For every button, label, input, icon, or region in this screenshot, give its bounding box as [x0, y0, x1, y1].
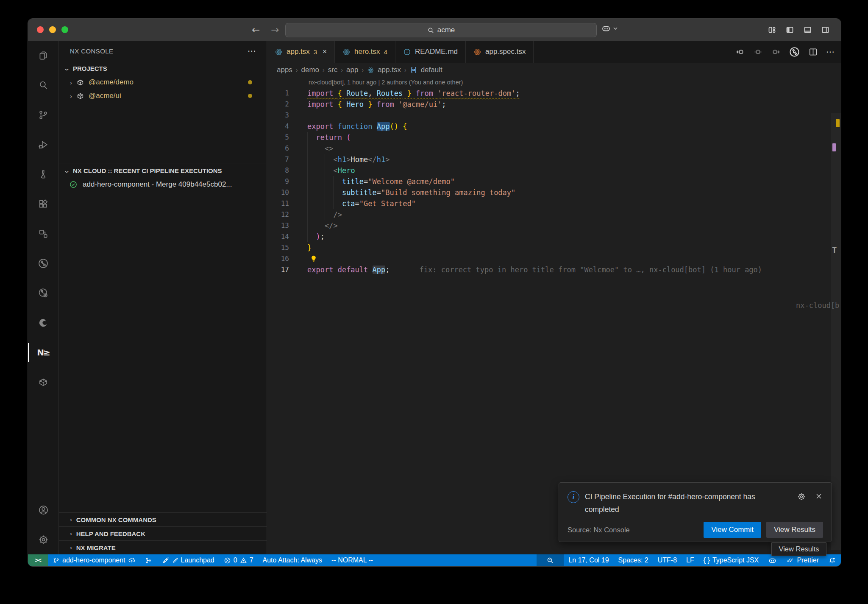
- commit-lens-icon[interactable]: [28, 278, 58, 308]
- references-icon[interactable]: [28, 219, 58, 249]
- project-item-acme-demo[interactable]: › @acme/demo: [59, 76, 267, 89]
- change-marker: [832, 143, 836, 151]
- encoding-item[interactable]: UTF-8: [653, 554, 682, 566]
- indentation-item[interactable]: Spaces: 2: [614, 554, 653, 566]
- pipeline-execution-item[interactable]: add-hero-component - Merge 409b44e5cb02.…: [59, 178, 267, 191]
- breadcrumb-symbol[interactable]: default: [421, 66, 442, 74]
- info-icon: [403, 48, 411, 56]
- minimize-window-button[interactable]: [49, 26, 56, 33]
- code-line-4[interactable]: 4export function App() {: [267, 121, 841, 132]
- code-line-11[interactable]: 11 cta="Get Started": [267, 198, 841, 209]
- nav-back-commit-icon[interactable]: [735, 47, 745, 57]
- window-controls: [37, 26, 68, 33]
- nav-current-commit-icon[interactable]: [753, 47, 763, 57]
- section-nx-cloud[interactable]: ⌄ NX CLOUD :: RECENT CI PIPELINE EXECUTI…: [59, 163, 267, 178]
- line-number: 16: [267, 253, 289, 264]
- auto-attach-item[interactable]: Auto Attach: Always: [258, 554, 327, 566]
- copilot-status-item[interactable]: [763, 554, 782, 566]
- problems-item[interactable]: 0 7: [219, 554, 258, 566]
- maximize-window-button[interactable]: [61, 26, 68, 33]
- history-back-button[interactable]: ←: [252, 24, 260, 35]
- section-projects[interactable]: ⌄ PROJECTS: [59, 61, 267, 76]
- notification-settings-gear-icon[interactable]: [797, 492, 806, 501]
- code-line-10[interactable]: 10 subtitle="Build something amazing tod…: [267, 187, 841, 198]
- view-commit-button[interactable]: View Commit: [704, 522, 761, 538]
- code-line-8[interactable]: 8 <Hero: [267, 165, 841, 176]
- section-nx-migrate[interactable]: › NX MIGRATE: [59, 540, 267, 554]
- tab-hero-tsx[interactable]: hero.tsx 4: [335, 41, 395, 63]
- breadcrumb-demo[interactable]: demo: [301, 66, 320, 74]
- toggle-primary-sidebar-icon[interactable]: [785, 25, 794, 34]
- close-icon[interactable]: [815, 492, 823, 501]
- section-common-nx-commands[interactable]: › COMMON NX COMMANDS: [59, 512, 267, 526]
- accounts-icon[interactable]: [28, 495, 58, 525]
- breadcrumb-src[interactable]: src: [328, 66, 338, 74]
- close-icon[interactable]: ×: [323, 48, 327, 56]
- run-debug-icon[interactable]: [28, 130, 58, 159]
- command-center-search[interactable]: acme: [285, 23, 597, 37]
- source-control-icon[interactable]: [28, 100, 58, 130]
- breadcrumb-app[interactable]: app: [346, 66, 358, 74]
- tab-app-tsx[interactable]: app.tsx 3 ×: [267, 41, 335, 63]
- code-line-5[interactable]: 5 return (: [267, 132, 841, 143]
- view-results-button[interactable]: View Results: [766, 522, 823, 538]
- breadcrumb-apps[interactable]: apps: [277, 66, 292, 74]
- code-line-1[interactable]: 1import { Route, Routes } from 'react-ro…: [267, 88, 841, 99]
- notifications-bell-item[interactable]: [823, 554, 841, 566]
- chevron-down-icon: [613, 26, 618, 31]
- inline-blame-annotation: fix: correct typo in hero title from "We…: [420, 266, 762, 274]
- eol-item[interactable]: LF: [682, 554, 699, 566]
- more-actions-icon[interactable]: ⋯: [826, 47, 835, 57]
- launchpad-item[interactable]: Launchpad: [157, 554, 219, 566]
- code-line-9[interactable]: 9 title="Welcome @acme/demo": [267, 176, 841, 187]
- nx-console-icon[interactable]: N≥: [28, 338, 58, 367]
- search-icon[interactable]: [28, 70, 58, 100]
- code-line-6[interactable]: 6 <>: [267, 143, 841, 154]
- language-mode-item[interactable]: { }TypeScript JSX: [699, 554, 764, 566]
- source-control-graph-icon[interactable]: [28, 249, 58, 278]
- chevron-down-icon: ⌄: [64, 168, 70, 174]
- tab-app-spec-tsx[interactable]: app.spec.tsx: [466, 41, 534, 63]
- source-control-graph-item[interactable]: [140, 554, 157, 566]
- toggle-secondary-sidebar-icon[interactable]: [821, 25, 830, 34]
- screencast-zoom-item[interactable]: [537, 554, 564, 566]
- git-branch-item[interactable]: add-hero-component: [48, 554, 140, 566]
- cursor-position-item[interactable]: Ln 17, Col 19: [564, 554, 613, 566]
- code-line-17[interactable]: 17export default App;fix: correct typo i…: [267, 264, 841, 275]
- split-editor-icon[interactable]: [808, 47, 818, 57]
- settings-gear-icon[interactable]: [28, 525, 58, 554]
- breadcrumb-file[interactable]: app.tsx: [378, 66, 401, 74]
- lightbulb-icon[interactable]: [310, 255, 317, 263]
- extensions-icon[interactable]: [28, 189, 58, 219]
- explorer-icon[interactable]: [28, 41, 58, 70]
- tab-readme-md[interactable]: README.md: [395, 41, 466, 63]
- code-line-12[interactable]: 12 />: [267, 209, 841, 220]
- toggle-panel-icon[interactable]: [803, 25, 812, 34]
- code-line-3[interactable]: 3: [267, 110, 841, 121]
- more-actions-icon[interactable]: ⋯: [248, 46, 256, 56]
- code-line-7[interactable]: 7 <h1>Home</h1>: [267, 154, 841, 165]
- code-line-13[interactable]: 13 </>: [267, 220, 841, 231]
- testing-icon[interactable]: [28, 159, 58, 189]
- edge-devtools-icon[interactable]: [28, 308, 58, 338]
- history-forward-button[interactable]: →: [271, 24, 279, 35]
- code-line-2[interactable]: 2import { Hero } from '@acme/ui';: [267, 99, 841, 110]
- nav-forward-commit-icon[interactable]: [771, 47, 781, 57]
- code-line-16[interactable]: 16: [267, 253, 841, 264]
- overview-ruler[interactable]: T: [831, 113, 841, 550]
- code-line-15[interactable]: 15}: [267, 242, 841, 253]
- run-or-debug-icon[interactable]: [789, 46, 800, 58]
- remote-indicator[interactable]: ><: [28, 554, 48, 566]
- containers-icon[interactable]: [28, 367, 58, 397]
- project-item-acme-ui[interactable]: › @acme/ui: [59, 89, 267, 103]
- code-line-14[interactable]: 14 );: [267, 231, 841, 242]
- close-window-button[interactable]: [37, 26, 44, 33]
- formatter-item[interactable]: ✓✓ Prettier: [782, 554, 823, 566]
- customize-layout-icon[interactable]: [768, 25, 776, 34]
- copilot-menu[interactable]: [601, 23, 618, 34]
- vim-mode-item[interactable]: -- NORMAL --: [327, 554, 378, 566]
- package-icon: [76, 92, 84, 100]
- line-number: 17: [267, 264, 289, 275]
- blame-annotation[interactable]: nx-cloud[bot], 1 hour ago | 2 authors (Y…: [309, 77, 841, 88]
- section-help-and-feedback[interactable]: › HELP AND FEEDBACK: [59, 526, 267, 540]
